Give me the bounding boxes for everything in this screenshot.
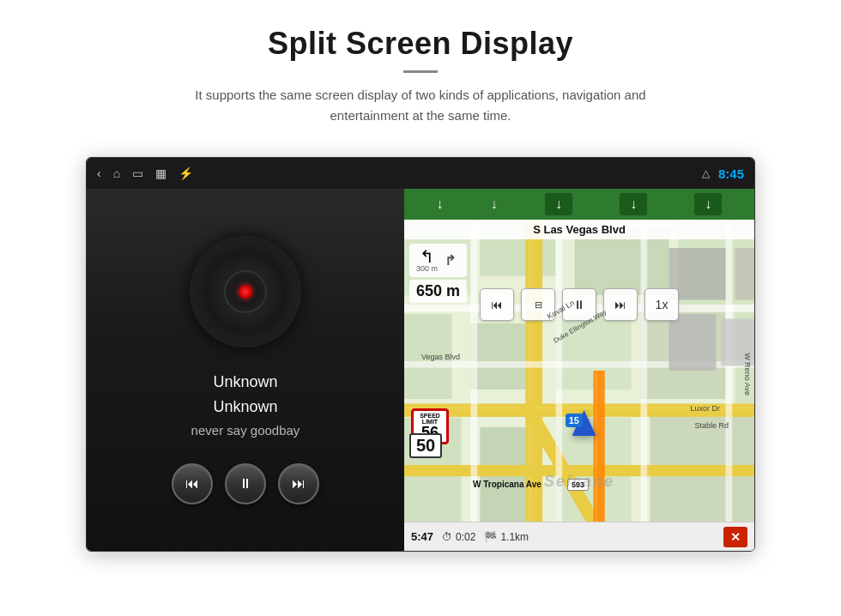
turn-dist-label: 300 m <box>416 265 438 273</box>
album-art <box>190 236 301 347</box>
music-song: never say goodbay <box>191 423 300 438</box>
nav-dist: 🏁 1.1km <box>484 531 529 543</box>
freeway-badge: 15 <box>566 414 583 427</box>
close-icon: ✕ <box>730 530 741 544</box>
turn-arrows-box: ↰ 300 m <box>416 248 438 273</box>
svg-rect-23 <box>556 220 563 522</box>
tropicana-sign: 593 <box>567 479 589 491</box>
road-label-luxor: Luxor Dr <box>690 404 720 413</box>
usb-icon[interactable]: ⚡ <box>178 166 193 180</box>
map-next-button[interactable]: ⏭ <box>603 288 638 321</box>
album-center <box>239 285 252 299</box>
svg-rect-28 <box>669 314 717 371</box>
window-icon[interactable]: ▭ <box>132 166 143 180</box>
street-name: S Las Vegas Blvd <box>533 223 626 236</box>
title-divider <box>403 70 438 73</box>
speed-limit-label: SPEEDLIMIT <box>415 413 445 425</box>
road-label-reno: W Reno Ave <box>743 353 752 396</box>
speed-current-value: 50 <box>413 436 439 456</box>
nav-time: 5:47 <box>411 530 433 543</box>
road-label-vegas: Vegas Blvd <box>421 353 460 361</box>
prev-button[interactable]: ⏮ <box>172 463 213 504</box>
turn-road-label: ↱ <box>445 252 456 269</box>
dir-arrow-5: ↓ <box>694 193 722 215</box>
eta-value: 0:02 <box>456 531 475 543</box>
back-icon[interactable]: ‹ <box>97 166 101 180</box>
dist-value: 1.1km <box>500 531 529 543</box>
map-prev-button[interactable]: ⏮ <box>480 288 514 321</box>
photo-icon[interactable]: ▦ <box>155 166 166 180</box>
nav-bottom-bar: 5:47 ⏱ 0:02 🏁 1.1km ✕ <box>404 522 754 551</box>
nav-icons: ‹ ⌂ ▭ ▦ ⚡ <box>97 166 702 180</box>
street-name-bar: S Las Vegas Blvd <box>404 220 754 239</box>
dir-arrow-2: ↓ <box>491 196 498 212</box>
media-overlay: ⏮ ⊟ ⏸ ⏭ 1x <box>480 288 679 321</box>
status-bar: ‹ ⌂ ▭ ▦ ⚡ △ 8:45 <box>87 158 754 189</box>
direction-bar: ↓ ↓ ↓ ↓ ↓ <box>404 189 754 220</box>
play-pause-button[interactable]: ⏸ <box>225 463 266 504</box>
map-speed-button[interactable]: 1x <box>644 288 679 321</box>
album-inner <box>224 270 267 313</box>
road-label-stable: Stable Rd <box>694 421 729 430</box>
turn-box: ↰ 300 m ↱ <box>409 244 467 277</box>
eta-icon: ⏱ <box>442 531 452 543</box>
status-time: 8:45 <box>718 166 744 181</box>
svg-rect-25 <box>726 220 733 522</box>
music-controls: ⏮ ⏸ ⏭ <box>172 463 319 504</box>
device-frame: ‹ ⌂ ▭ ▦ ⚡ △ 8:45 Unknown Unknown never s… <box>86 157 755 552</box>
turn-instruction-area: ↰ 300 m ↱ 650 m <box>409 244 467 303</box>
nav-eta: ⏱ 0:02 <box>442 531 475 543</box>
split-content: Unknown Unknown never say goodbay ⏮ ⏸ ⏭ … <box>87 189 754 551</box>
road-label-tropicana: W Tropicana Ave <box>473 480 542 489</box>
svg-rect-31 <box>735 248 755 300</box>
music-artist: Unknown <box>213 398 277 416</box>
left-arrow-icon: ↰ <box>420 248 434 265</box>
dir-arrow-1: ↓ <box>437 196 444 212</box>
music-panel: Unknown Unknown never say goodbay ⏮ ⏸ ⏭ <box>87 189 404 551</box>
page-title: Split Screen Display <box>163 26 678 62</box>
subtitle: It supports the same screen display of t… <box>163 85 678 126</box>
svg-rect-18 <box>404 465 754 476</box>
dir-arrow-4: ↓ <box>620 193 647 215</box>
map-area: S Las Vegas Blvd ↰ 300 m ↱ 650 m <box>404 220 754 522</box>
music-title: Unknown <box>213 373 277 391</box>
home-icon[interactable]: ⌂ <box>113 166 120 180</box>
svg-rect-24 <box>641 220 648 522</box>
nav-panel: ↓ ↓ ↓ ↓ ↓ <box>404 189 754 551</box>
distance-box: 650 m <box>409 280 467 303</box>
notification-icon: △ <box>702 167 710 179</box>
status-right: △ 8:45 <box>702 166 744 181</box>
speed-current-box: 50 <box>409 433 442 458</box>
svg-rect-22 <box>471 220 478 522</box>
title-section: Split Screen Display It supports the sam… <box>163 26 678 126</box>
dir-arrow-3: ↓ <box>545 193 572 215</box>
nav-close-button[interactable]: ✕ <box>723 527 747 547</box>
turn-arrow-right-icon: ↱ <box>445 253 456 268</box>
svg-rect-27 <box>596 371 597 522</box>
dist-icon: 🏁 <box>484 531 497 543</box>
next-button[interactable]: ⏭ <box>278 463 319 504</box>
svg-rect-26 <box>594 371 605 522</box>
